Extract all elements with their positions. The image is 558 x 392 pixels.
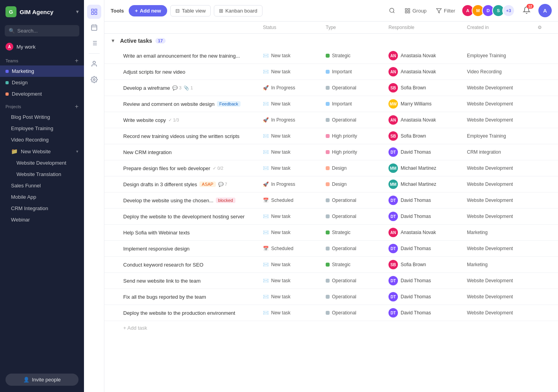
task-name: Design drafts in 3 different stylesASAP💬…: [123, 181, 263, 187]
task-type: Operational: [326, 214, 388, 219]
group-label: Group: [412, 8, 427, 14]
svg-rect-0: [91, 9, 93, 11]
strip-list-icon[interactable]: [87, 36, 101, 50]
type-dot: [326, 118, 330, 122]
strip-tools-icon[interactable]: [87, 5, 101, 19]
type-dot: [326, 230, 330, 234]
task-created-in: Employee Training: [467, 133, 538, 139]
sidebar-item-label: Sales Funnel: [11, 183, 41, 189]
user-avatar[interactable]: A: [538, 4, 552, 17]
task-status: ✉️ New task: [263, 53, 326, 58]
sidebar-item-website-development[interactable]: Website Development: [0, 157, 84, 169]
filter-label: Filter: [444, 8, 455, 14]
notifications-button[interactable]: 12: [521, 5, 532, 17]
teams-section-header: Teams +: [0, 54, 84, 65]
sidebar-item-marketing[interactable]: Marketing: [0, 65, 84, 77]
task-created-in: Website Development: [467, 294, 538, 299]
responsible-avatar: AN: [388, 115, 398, 125]
task-row[interactable]: Adjust scripts for new video ✉️ New task…: [104, 64, 558, 80]
add-team-button[interactable]: +: [75, 58, 78, 64]
table-view-button[interactable]: ⊟ Table view: [170, 5, 211, 16]
task-row[interactable]: Help Sofia with Webinar texts ✉️ New tas…: [104, 225, 558, 241]
task-row[interactable]: Develop the website using the chosen...b…: [104, 192, 558, 209]
task-responsible: DT David Thomas: [388, 292, 467, 301]
task-name: Conduct keyword research for SEO: [123, 262, 263, 268]
sidebar-item-employee-training[interactable]: Employee Training: [0, 123, 84, 134]
task-responsible: DT David Thomas: [388, 147, 467, 157]
add-project-button[interactable]: +: [75, 103, 78, 110]
task-attachment: 📎 1: [184, 85, 193, 91]
status-icon: ✉️: [263, 101, 269, 107]
task-row[interactable]: Deploy the website to the development ho…: [104, 209, 558, 225]
task-row[interactable]: Develop a wireframe💬 3📎 1 🚀 In Progress …: [104, 80, 558, 96]
sidebar-item-new-website[interactable]: 📁 New Website ▾: [0, 145, 84, 157]
task-name: Develop the website using the chosen...b…: [123, 198, 263, 203]
kanban-board-button[interactable]: ⊞ Kanban board: [214, 5, 263, 16]
task-tag: Feedback: [217, 101, 241, 107]
task-row[interactable]: Write website copy✓ 1/3 🚀 In Progress Op…: [104, 112, 558, 128]
task-created-in: Employee Training: [467, 53, 538, 58]
task-row[interactable]: Record new training videos using the wri…: [104, 128, 558, 144]
task-row[interactable]: Fix all the bugs reported by the team ✉️…: [104, 289, 558, 305]
status-icon: ✉️: [263, 230, 269, 235]
sidebar-item-blog-post-writing[interactable]: Blog Post Writing: [0, 111, 84, 123]
svg-point-16: [390, 8, 394, 13]
add-new-button[interactable]: + Add new: [129, 5, 168, 16]
sidebar-item-webinar[interactable]: Webinar: [0, 214, 84, 225]
sidebar-item-label: Website Translation: [16, 171, 61, 177]
col-settings[interactable]: ⚙: [538, 25, 552, 30]
status-icon: ✉️: [263, 53, 269, 58]
sidebar-item-sales-funnel[interactable]: Sales Funnel: [0, 180, 84, 191]
task-responsible: DT David Thomas: [388, 196, 467, 205]
sidebar-item-website-translation[interactable]: Website Translation: [0, 169, 84, 180]
task-row[interactable]: Write an email announcement for the new …: [104, 48, 558, 64]
type-dot: [326, 166, 330, 170]
responsible-avatar: SB: [388, 131, 398, 141]
my-work-item[interactable]: A My work: [0, 40, 84, 54]
strip-calendar-icon[interactable]: [87, 20, 101, 34]
task-created-in: Website Development: [467, 246, 538, 251]
filter-button[interactable]: Filter: [433, 5, 458, 16]
task-type: High priority: [326, 149, 388, 155]
search-button[interactable]: [386, 5, 398, 16]
toolbar-avatars: A M D S +3: [461, 4, 515, 17]
task-rows: Write an email announcement for the new …: [104, 48, 558, 321]
svg-rect-4: [91, 25, 97, 31]
task-responsible: DT David Thomas: [388, 308, 467, 318]
type-dot: [326, 182, 330, 186]
sidebar-item-development[interactable]: Development: [0, 88, 84, 100]
sidebar-item-video-recording[interactable]: Video Recording: [0, 134, 84, 145]
sidebar-item-mobile-app[interactable]: Mobile App: [0, 191, 84, 203]
task-row[interactable]: Review and comment on website designFeed…: [104, 96, 558, 112]
task-status: 📅 Scheduled: [263, 246, 326, 251]
task-row[interactable]: Design drafts in 3 different stylesASAP💬…: [104, 176, 558, 192]
search-input[interactable]: 🔍 Search...: [5, 25, 79, 36]
task-row[interactable]: Deploy the website to the production env…: [104, 305, 558, 321]
main-content: Tools + Add new ⊟ Table view ⊞ Kanban bo…: [104, 0, 558, 392]
task-row[interactable]: Send new website link to the team ✉️ New…: [104, 273, 558, 289]
status-icon: ✉️: [263, 294, 269, 299]
group-button[interactable]: Group: [401, 5, 430, 16]
strip-settings-icon[interactable]: [87, 73, 101, 87]
sidebar-item-design[interactable]: Design: [0, 77, 84, 88]
invite-people-button[interactable]: 👤 Invite people: [5, 374, 78, 386]
task-status: 📅 Scheduled: [263, 198, 326, 203]
sidebar-item-crm-integration[interactable]: CRM Integration: [0, 203, 84, 214]
task-row[interactable]: Conduct keyword research for SEO ✉️ New …: [104, 257, 558, 273]
svg-rect-2: [91, 13, 93, 15]
sidebar-item-label: Webinar: [11, 217, 30, 223]
avatar-more[interactable]: +3: [502, 4, 515, 17]
sidebar: G GIM Agency ▾ 🔍 Search... A My work Tea…: [0, 0, 84, 392]
task-row[interactable]: Implement responsive design 📅 Scheduled …: [104, 241, 558, 257]
task-created-in: Website Development: [467, 165, 538, 171]
task-row[interactable]: New CRM integration ✉️ New task High pri…: [104, 144, 558, 160]
task-responsible: AN Anastasia Novak: [388, 228, 467, 237]
task-type: Operational: [326, 294, 388, 299]
task-row[interactable]: Prepare design files for web developer✓ …: [104, 160, 558, 176]
task-status: 🚀 In Progress: [263, 117, 326, 123]
task-created-in: Website Development: [467, 181, 538, 187]
app-logo[interactable]: G GIM Agency ▾: [0, 0, 84, 24]
add-task-row[interactable]: + Add task: [104, 321, 558, 335]
strip-person-icon[interactable]: [87, 57, 101, 71]
section-header[interactable]: ▼ Active tasks 17: [104, 34, 558, 48]
